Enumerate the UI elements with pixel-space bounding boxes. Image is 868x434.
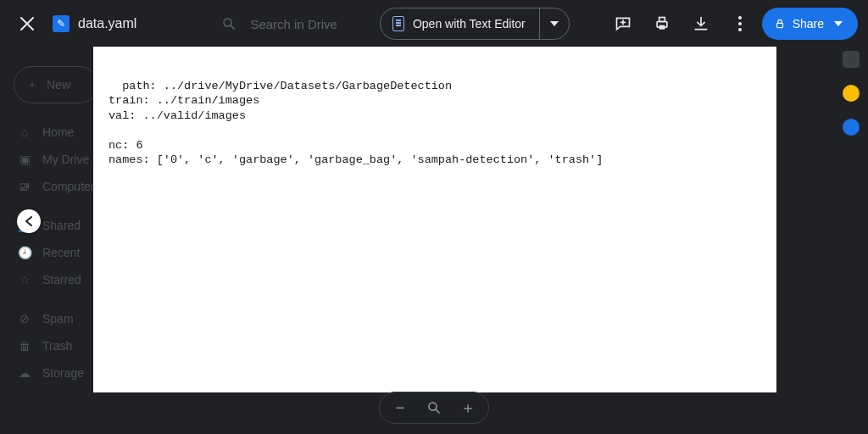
zoom-reset-button[interactable] (419, 392, 449, 423)
download-button[interactable] (684, 7, 718, 41)
comment-plus-icon (615, 15, 632, 32)
plus-icon: ＋ (26, 77, 38, 92)
plus-icon: ＋ (460, 398, 476, 418)
download-icon (693, 15, 709, 32)
caret-down-icon (550, 21, 559, 26)
svg-line-10 (436, 409, 439, 413)
magnifier-icon (426, 400, 442, 415)
open-with-button[interactable]: Open with Text Editor (381, 16, 539, 31)
lock-icon (774, 18, 786, 30)
more-actions-button[interactable] (723, 7, 757, 41)
cloud-icon: ☁ (17, 366, 32, 380)
open-with-label: Open with Text Editor (413, 17, 526, 31)
text-file-icon (53, 15, 70, 32)
share-button-label: Share (793, 17, 824, 31)
share-button[interactable]: Share (762, 8, 858, 40)
preview-topbar: data.yaml Search in Drive Open with Text… (0, 0, 868, 47)
search-icon (221, 16, 236, 31)
computer-icon: 🖳 (17, 180, 32, 193)
star-icon: ☆ (17, 273, 32, 287)
svg-rect-8 (776, 23, 782, 27)
svg-point-7 (738, 28, 742, 31)
collapse-handle[interactable] (17, 209, 41, 233)
filename-label: data.yaml (78, 16, 136, 31)
trash-icon: 🗑 (17, 339, 32, 353)
calendar-chip[interactable] (843, 51, 860, 68)
svg-rect-3 (659, 18, 665, 22)
chevron-left-icon (25, 216, 32, 226)
printer-icon (654, 15, 670, 32)
open-with-dropdown[interactable] (540, 21, 569, 26)
close-icon (19, 16, 35, 31)
file-content-viewer: path: ../drive/MyDrive/Datasets/GarbageD… (93, 47, 776, 392)
zoom-out-button[interactable]: − (385, 392, 415, 423)
new-button[interactable]: ＋ New (14, 66, 98, 103)
home-icon: ⌂ (17, 125, 32, 139)
kebab-icon (738, 16, 742, 31)
add-comment-button[interactable] (606, 7, 640, 41)
drive-icon: ▣ (17, 153, 32, 166)
text-editor-icon (392, 16, 404, 31)
zoom-in-button[interactable]: ＋ (453, 392, 483, 423)
clock-icon: 🕘 (17, 246, 32, 259)
open-with-pill: Open with Text Editor (380, 8, 570, 40)
svg-line-1 (231, 25, 235, 29)
file-content-text: path: ../drive/MyDrive/Datasets/GarbageD… (108, 80, 603, 167)
svg-rect-4 (659, 25, 665, 30)
search-placeholder: Search in Drive (250, 17, 337, 31)
print-button[interactable] (645, 7, 679, 41)
keep-chip[interactable] (843, 85, 860, 102)
close-button[interactable] (10, 7, 44, 41)
new-button-label: New (47, 78, 70, 92)
minus-icon: − (396, 399, 405, 417)
svg-point-5 (738, 16, 742, 19)
svg-point-9 (429, 403, 437, 410)
svg-point-6 (738, 22, 742, 25)
tasks-chip[interactable] (843, 119, 860, 136)
side-panel (834, 51, 868, 136)
svg-point-0 (224, 19, 231, 26)
zoom-toolbar: − ＋ (379, 392, 489, 424)
caret-down-icon (834, 21, 843, 26)
spam-icon: ⊘ (17, 312, 32, 326)
